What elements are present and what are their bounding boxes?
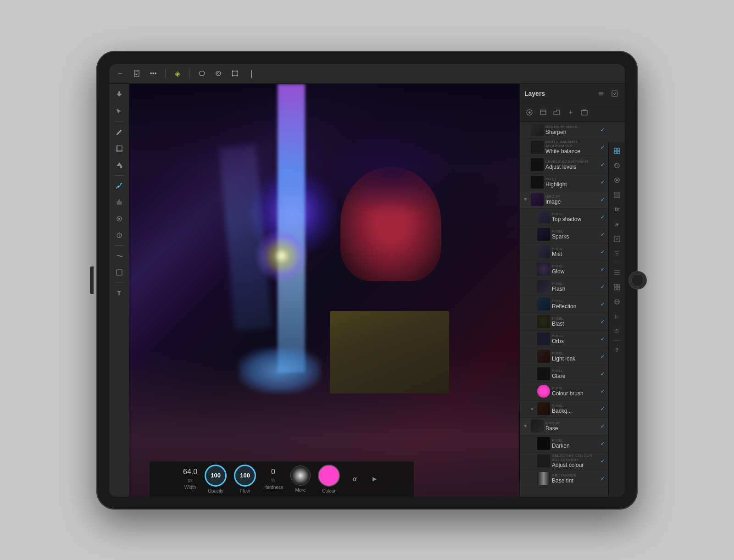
- layer-visibility-check[interactable]: ✓: [599, 179, 606, 185]
- transform-tool[interactable]: [228, 67, 241, 80]
- layer-visibility-check[interactable]: ✓: [599, 127, 606, 133]
- lasso-tool[interactable]: [195, 67, 208, 80]
- layer-item[interactable]: ▶ Group Image ✓: [520, 191, 608, 209]
- fx-panel-icon[interactable]: fx: [611, 203, 623, 216]
- flow-circle[interactable]: 100: [234, 465, 256, 487]
- list-view-icon[interactable]: [611, 266, 623, 279]
- layer-item[interactable]: Rectangle Base tint ✓: [520, 470, 608, 488]
- play-control[interactable]: ▶: [369, 473, 380, 484]
- layer-visibility-check[interactable]: ✓: [599, 388, 606, 394]
- layer-visibility-check[interactable]: ✓: [599, 458, 606, 464]
- layer-item[interactable]: White Balance Adjustment White balance ✓: [520, 139, 608, 156]
- play-button[interactable]: ▶: [369, 473, 380, 484]
- width-value[interactable]: 64.0: [183, 468, 197, 476]
- layer-visibility-check[interactable]: ✓: [599, 161, 606, 168]
- help-icon[interactable]: ?: [611, 344, 623, 356]
- text-panel-icon[interactable]: a: [611, 218, 623, 231]
- adjustment-panel-icon[interactable]: [611, 189, 623, 201]
- layer-expand-arrow[interactable]: ▶: [529, 405, 535, 412]
- layer-item[interactable]: Pixel Blast ✓: [520, 313, 608, 331]
- canvas-area[interactable]: 64.0 px Width 100 Opacity 100: [129, 84, 519, 497]
- hardness-control[interactable]: 0 % Hardness: [263, 468, 283, 490]
- layer-visibility-check[interactable]: ✓: [599, 144, 606, 150]
- layer-visibility-check[interactable]: ✓: [599, 318, 606, 325]
- clock-panel-icon[interactable]: ⏱: [611, 325, 623, 338]
- layers-options-icon[interactable]: [609, 88, 620, 99]
- layer-visibility-check[interactable]: ✓: [599, 475, 606, 482]
- circle-select-tool[interactable]: [212, 67, 225, 80]
- add-icon-button[interactable]: +: [565, 106, 577, 118]
- hardness-value[interactable]: 0: [271, 468, 275, 476]
- layer-item[interactable]: Pixel Flash ✓: [520, 278, 608, 296]
- history-icon[interactable]: [611, 159, 623, 172]
- layer-item[interactable]: Pixel Top shadow ✓: [520, 209, 608, 226]
- crop-tool[interactable]: [112, 141, 127, 156]
- alpha-indicator[interactable]: α: [347, 471, 362, 486]
- grid-view-icon[interactable]: [611, 281, 623, 294]
- layer-item[interactable]: Pixel Sparks ✓: [520, 226, 608, 244]
- layer-item[interactable]: Pixel Orbs ✓: [520, 331, 608, 348]
- home-button[interactable]: [628, 271, 647, 289]
- layer-visibility-check[interactable]: ✓: [599, 266, 606, 272]
- smudge-tool[interactable]: [112, 249, 127, 263]
- layer-visibility-check[interactable]: ✓: [599, 371, 606, 377]
- pan-tool[interactable]: [112, 88, 127, 102]
- alpha-control[interactable]: α: [347, 471, 362, 486]
- layer-visibility-check[interactable]: ✓: [599, 231, 606, 238]
- asset-panel-icon[interactable]: [611, 233, 623, 245]
- layer-visibility-check[interactable]: ✓: [599, 283, 606, 290]
- layer-visibility-check[interactable]: ✓: [599, 214, 606, 220]
- layer-item[interactable]: Pixel Colour brush ✓: [520, 383, 608, 400]
- more-button[interactable]: •••: [147, 67, 160, 80]
- dodge-tool[interactable]: [112, 228, 127, 243]
- layer-visibility-check[interactable]: ✓: [599, 423, 606, 429]
- pen-tool[interactable]: [112, 125, 127, 139]
- eraser-tool[interactable]: [112, 195, 127, 210]
- add-layer-button[interactable]: [523, 106, 535, 118]
- document-button[interactable]: [130, 67, 143, 80]
- layer-item[interactable]: Selective Colour Adjustment Adjust colou…: [520, 453, 608, 470]
- layer-item[interactable]: ▶ Pixel Backg... ✓: [520, 400, 608, 418]
- layer-type-button[interactable]: [537, 106, 549, 118]
- layer-item[interactable]: Unsharp Mask Sharpen ✓: [520, 122, 608, 139]
- layer-visibility-check[interactable]: ✓: [599, 301, 606, 307]
- layer-visibility-check[interactable]: ✓: [599, 196, 606, 203]
- layer-visibility-check[interactable]: ✓: [599, 440, 606, 447]
- ruler-tool[interactable]: |: [245, 67, 258, 80]
- new-group-button[interactable]: [551, 106, 563, 118]
- layer-visibility-check[interactable]: ✓: [599, 336, 606, 342]
- layer-item[interactable]: Pixel Glare ✓: [520, 366, 608, 383]
- layer-item[interactable]: Pixel Reflection ✓: [520, 296, 608, 313]
- no-entry-icon[interactable]: [611, 295, 623, 308]
- layer-item[interactable]: Levels Adjustment Adjust levels ✓: [520, 156, 608, 174]
- layer-item[interactable]: ▶ Group Base ✓: [520, 418, 608, 435]
- brush-panel-icon[interactable]: [611, 174, 623, 187]
- play-panel-icon[interactable]: ▷: [611, 310, 623, 323]
- back-button[interactable]: ←: [114, 67, 127, 80]
- clone-tool[interactable]: [112, 211, 127, 226]
- flow-control[interactable]: 100 Flow: [234, 465, 256, 493]
- delete-layer-button[interactable]: [578, 106, 590, 118]
- layers-view-icon[interactable]: [611, 144, 623, 157]
- layer-expand-arrow[interactable]: ▶: [523, 196, 529, 203]
- layer-visibility-check[interactable]: ✓: [599, 405, 606, 412]
- colour-control[interactable]: Colour: [318, 465, 340, 493]
- layer-item[interactable]: Pixel Light leak ✓: [520, 348, 608, 366]
- opacity-circle[interactable]: 100: [205, 465, 227, 487]
- select-tool[interactable]: [112, 104, 127, 119]
- layer-item[interactable]: Pixel Mist ✓: [520, 244, 608, 261]
- layer-item[interactable]: Pixel Highlight ✓: [520, 174, 608, 191]
- side-button[interactable]: [90, 266, 94, 294]
- layer-item[interactable]: Pixel Glow ✓: [520, 261, 608, 278]
- layer-visibility-check[interactable]: ✓: [599, 249, 606, 255]
- opacity-control[interactable]: 100 Opacity: [205, 465, 227, 493]
- brush-tool[interactable]: [112, 178, 127, 193]
- text-tool[interactable]: T: [112, 286, 127, 300]
- layer-item[interactable]: Pixel Darken ✓: [520, 435, 608, 453]
- layer-expand-arrow[interactable]: ▶: [523, 423, 529, 429]
- shape-tool[interactable]: [112, 265, 127, 280]
- fill-tool[interactable]: [112, 158, 127, 172]
- layers-expand-icon[interactable]: [595, 88, 606, 99]
- filter-panel-icon[interactable]: [611, 247, 623, 260]
- colour-swatch[interactable]: [318, 465, 340, 487]
